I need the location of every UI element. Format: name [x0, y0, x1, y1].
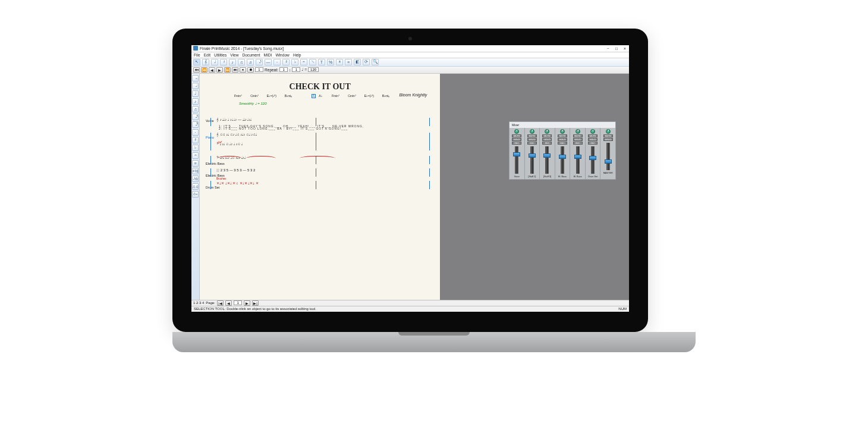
volume-fader[interactable]: [591, 146, 595, 174]
palette-button-7[interactable]: ·: [192, 129, 199, 136]
pan-knob[interactable]: [590, 129, 595, 134]
page-input[interactable]: [234, 300, 242, 305]
toolbar-button-5[interactable]: ♫: [238, 59, 245, 65]
mute-button[interactable]: MUTE: [542, 134, 552, 137]
volume-fader[interactable]: [545, 146, 549, 174]
maximize-button[interactable]: □: [614, 46, 619, 51]
toolbar-button-11[interactable]: ♭: [291, 59, 298, 65]
playback-button-1[interactable]: ⏪: [201, 67, 207, 73]
mute-button[interactable]: MUTE: [527, 134, 537, 137]
palette-button-8[interactable]: ♯: [192, 137, 199, 143]
palette-button-0[interactable]: 𝅝: [192, 75, 199, 82]
toolbar-button-15[interactable]: %: [327, 59, 334, 65]
toolbar-button-0[interactable]: ↖: [193, 59, 200, 65]
volume-fader[interactable]: [606, 143, 610, 170]
rec-button[interactable]: REC: [527, 142, 537, 145]
toolbar-button-2[interactable]: ♩: [211, 59, 218, 65]
close-button[interactable]: ×: [622, 46, 627, 51]
volume-fader[interactable]: [561, 146, 564, 174]
repeat-to-input[interactable]: [292, 67, 300, 72]
mute-button[interactable]: MUTE: [588, 134, 597, 137]
solo-button[interactable]: SOLO: [603, 138, 613, 141]
playback-button-0[interactable]: ⏮: [193, 67, 200, 73]
volume-fader[interactable]: [515, 146, 518, 174]
menu-utilities[interactable]: Utilities: [214, 53, 227, 57]
score-page[interactable]: CHECK IT OUT Bloom Knightly Smoothly ♩ =…: [200, 74, 440, 300]
toolbar-button-9[interactable]: ·: [273, 59, 281, 65]
toolbar-button-18[interactable]: ◧: [354, 59, 361, 65]
menu-window[interactable]: Window: [275, 53, 289, 57]
toolbar-button-17[interactable]: ≡: [345, 59, 352, 65]
palette-button-3[interactable]: ♪: [192, 98, 199, 105]
minimize-button[interactable]: −: [606, 46, 611, 51]
mute-button[interactable]: MUTE: [603, 134, 613, 137]
staff-voice[interactable]: 𝄞 ♪ ♩♩♪ ♩ ♪♩ ♩♪ — ♩♩♪ ♩♪♩ 1: IT'S___ TUE…: [210, 118, 429, 126]
palette-button-12[interactable]: +½: [192, 168, 199, 174]
palette-button-10[interactable]: 𝄐: [192, 152, 199, 159]
menu-view[interactable]: View: [230, 53, 238, 57]
staff-drums[interactable]: Brushes ✕♩✕ ♩✕♩ ✕♫ ✕♩✕ ♩✕♩ ✕: [210, 181, 429, 189]
solo-button[interactable]: SOLO: [558, 138, 567, 141]
measure-input[interactable]: [255, 67, 263, 72]
toolbar-button-20[interactable]: 🔍: [372, 59, 379, 65]
playback-button-6[interactable]: ●: [240, 67, 246, 73]
page-last[interactable]: ▶|: [252, 300, 259, 306]
palette-button-14[interactable]: ♫♫: [192, 183, 199, 190]
toolbar-button-14[interactable]: T: [318, 59, 325, 65]
mute-button[interactable]: MUTE: [573, 134, 583, 137]
toolbar-button-4[interactable]: ♪: [229, 59, 236, 65]
menu-document[interactable]: Document: [242, 53, 260, 57]
toolbar-button-7[interactable]: 𝅘𝅥𝅯: [256, 59, 263, 65]
solo-button[interactable]: SOLO: [512, 138, 521, 141]
mute-button[interactable]: MUTE: [512, 134, 521, 137]
page-next[interactable]: ▶: [244, 300, 250, 306]
tempo-input[interactable]: [308, 67, 319, 72]
playback-button-4[interactable]: ⏩: [224, 67, 231, 73]
palette-button-4[interactable]: ♫: [192, 106, 199, 112]
pan-knob[interactable]: [575, 129, 580, 134]
page-first[interactable]: |◀: [217, 300, 224, 306]
toolbar-button-3[interactable]: 𝄽: [220, 59, 227, 65]
playback-button-7[interactable]: ⏺: [247, 67, 254, 73]
pan-knob[interactable]: [560, 129, 565, 134]
toolbar-button-8[interactable]: —: [265, 59, 272, 65]
playback-button-2[interactable]: ◀: [209, 67, 215, 73]
palette-button-6[interactable]: 𝅘𝅥𝅰: [192, 121, 199, 128]
rec-button[interactable]: REC: [542, 142, 552, 145]
repeat-from-input[interactable]: [279, 67, 288, 72]
pan-knob[interactable]: [530, 129, 534, 134]
toolbar-button-1[interactable]: 𝄞: [202, 59, 209, 65]
playback-button-5[interactable]: ⏭: [232, 67, 238, 73]
palette-button-5[interactable]: 𝅘𝅥𝅯: [192, 114, 199, 120]
page-prev[interactable]: ◀: [225, 300, 232, 306]
palette-button-11[interactable]: ≡: [192, 160, 199, 167]
toolbar-button-19[interactable]: ⟳: [363, 59, 370, 65]
pan-knob[interactable]: [606, 129, 611, 134]
mixer-panel[interactable]: Mixer MUTESOLORECVoiceMUTESOLOREC[Staff …: [509, 121, 616, 180]
toolbar-button-6[interactable]: ♬: [247, 59, 254, 65]
toolbar-button-16[interactable]: 𝄋: [336, 59, 343, 65]
menu-midi[interactable]: MIDI: [264, 53, 272, 57]
palette-button-13[interactable]: -½: [192, 176, 199, 182]
pan-knob[interactable]: [514, 129, 519, 134]
staff-piano[interactable]: 𝄞 ♫♫ ♪♩ ♫♪ ♩♫ ♪♩♪ ♫♩ ♪♫♩ 𝄢 ♩ ♪♩ ♫ ♩♪ ♩ ♪…: [210, 133, 429, 151]
mute-button[interactable]: MUTE: [558, 134, 567, 137]
toolbar-button-12[interactable]: 𝄐: [300, 59, 307, 65]
pan-knob[interactable]: [545, 129, 549, 134]
solo-button[interactable]: SOLO: [527, 138, 537, 141]
palette-button-1[interactable]: 𝅗𝅥: [192, 83, 199, 89]
solo-button[interactable]: SOLO: [542, 138, 552, 141]
toolbar-button-10[interactable]: ♯: [282, 59, 290, 65]
palette-button-2[interactable]: ♩: [192, 90, 199, 97]
volume-fader[interactable]: [576, 146, 580, 174]
palette-button-15[interactable]: ♫₊: [192, 191, 199, 198]
staff-bass2[interactable]: 𝄚 2 3 5 — 3 5 3 — 5 3 2: [210, 168, 429, 177]
solo-button[interactable]: SOLO: [588, 138, 597, 141]
toolbar-button-13[interactable]: 𝆲: [309, 59, 316, 65]
palette-button-9[interactable]: ♭: [192, 145, 199, 151]
menu-edit[interactable]: Edit: [204, 53, 210, 57]
rec-button[interactable]: REC: [588, 142, 597, 145]
solo-button[interactable]: SOLO: [573, 138, 583, 141]
menu-help[interactable]: Help: [293, 53, 301, 57]
playback-button-3[interactable]: ▶: [216, 67, 223, 73]
